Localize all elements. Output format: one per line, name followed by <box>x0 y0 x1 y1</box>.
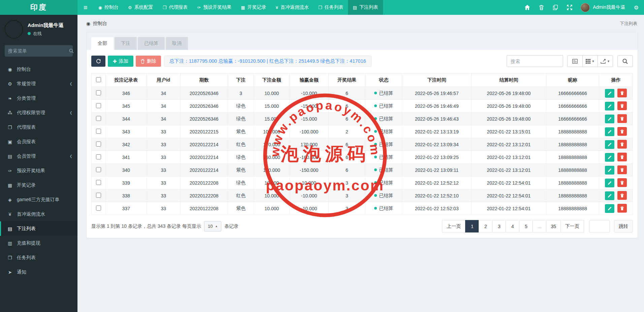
sidebar-item[interactable]: ❐ 任务列表 <box>0 250 77 265</box>
refresh-button[interactable] <box>91 56 105 67</box>
delete-row-button[interactable] <box>617 114 627 123</box>
cell-actions <box>599 164 633 177</box>
sidebar-item[interactable]: ❐ 代理报表 <box>0 120 77 134</box>
row-checkbox[interactable] <box>96 129 101 134</box>
row-checkbox[interactable] <box>96 206 101 211</box>
export-button[interactable]: ▼ <box>598 55 613 67</box>
edit-button[interactable] <box>605 102 614 111</box>
row-checkbox[interactable] <box>96 116 101 121</box>
edit-button[interactable] <box>605 89 614 98</box>
navbar-item[interactable]: ▤ 下注列表 <box>348 0 383 15</box>
delete-row-button[interactable] <box>617 101 627 110</box>
navbar-item[interactable]: ¥ 首冲返佣流水 <box>271 0 314 15</box>
page-button[interactable]: 35 <box>546 220 561 232</box>
sidebar-search-input[interactable] <box>8 48 69 54</box>
status-dot-icon <box>374 130 377 133</box>
delete-row-button[interactable] <box>617 127 627 136</box>
edit-button[interactable] <box>605 127 614 136</box>
delete-button[interactable]: 删除 <box>136 56 161 67</box>
jump-button[interactable]: 跳转 <box>614 220 633 232</box>
delete-row-button[interactable] <box>617 89 627 97</box>
row-checkbox[interactable] <box>96 90 101 95</box>
page-button[interactable]: 5 <box>519 220 533 232</box>
trash-icon[interactable] <box>538 4 544 10</box>
sidebar-item[interactable]: ◉ 控制台 <box>0 62 77 76</box>
delete-row-button[interactable] <box>617 178 627 187</box>
sidebar-item[interactable]: ⚙ 常规管理 ❮ <box>0 76 77 91</box>
breadcrumb-item[interactable]: 控制台 <box>93 21 107 27</box>
navbar-item[interactable]: ❐ 任务列表 <box>314 0 348 15</box>
search-button[interactable] <box>617 55 633 67</box>
table-search-input[interactable] <box>507 55 563 67</box>
filter-tab[interactable]: 全部 <box>91 37 114 50</box>
navbar-item[interactable]: ▦ 开奖记录 <box>236 0 271 15</box>
filter-tab[interactable]: 下注 <box>115 37 137 50</box>
status-dot-icon <box>374 143 377 146</box>
edit-button[interactable] <box>605 115 614 123</box>
nav-item-label: 代理报表 <box>169 4 188 10</box>
page-button[interactable]: 3 <box>492 220 506 232</box>
cell-actions <box>599 87 633 100</box>
sidebar-item[interactable]: ▥ 充值和提现 <box>0 236 77 250</box>
cell-bet-amount: 15.000 <box>254 100 290 113</box>
edit-button[interactable] <box>605 179 614 187</box>
page-button[interactable]: 4 <box>506 220 519 232</box>
page-button[interactable]: 下一页 <box>560 220 584 232</box>
sidebar-item[interactable]: ➤ 通知 <box>0 265 77 279</box>
cell-draw-result: 6 <box>328 100 365 113</box>
filter-tab[interactable]: 已结算 <box>138 37 165 50</box>
page-button[interactable]: 上一页 <box>442 220 465 232</box>
sidebar-toggle-icon[interactable]: ≡ <box>77 0 94 15</box>
settings-gear-icon[interactable]: ⚙ <box>633 4 639 10</box>
row-checkbox[interactable] <box>96 180 101 185</box>
edit-button[interactable] <box>605 191 614 200</box>
page-button[interactable]: 1 <box>465 220 479 232</box>
row-checkbox[interactable] <box>96 167 101 172</box>
list-icon: ▤ <box>353 5 357 10</box>
delete-row-button[interactable] <box>617 191 627 200</box>
sidebar-item[interactable]: ❧ 分类管理 <box>0 91 77 105</box>
copy-icon[interactable] <box>552 4 558 10</box>
row-checkbox[interactable] <box>96 103 101 108</box>
delete-row-button[interactable] <box>617 140 627 149</box>
sidebar-item[interactable]: ▤ 会员管理 ❮ <box>0 149 77 163</box>
detail-view-button[interactable] <box>567 55 583 67</box>
delete-row-button[interactable] <box>617 153 627 161</box>
sidebar-item-label: 任务列表 <box>17 255 36 261</box>
sidebar-item[interactable]: ▦ 开奖记录 <box>0 178 77 192</box>
select-all-checkbox[interactable] <box>96 77 101 82</box>
sidebar-item[interactable]: ◈ game6三方充值订单 <box>0 192 77 207</box>
fullscreen-icon[interactable] <box>567 4 573 10</box>
sidebar-item[interactable]: ▣ 会员报表 <box>0 134 77 149</box>
navbar-user-menu[interactable]: Admin我最牛逼 <box>581 3 625 12</box>
navbar-item[interactable]: ❐ 代理报表 <box>158 0 193 15</box>
navbar-item[interactable]: ◉ 控制台 <box>94 0 123 15</box>
cell-bet-amount: 15.000 <box>254 113 290 125</box>
page-button[interactable]: 2 <box>479 220 492 232</box>
home-icon[interactable] <box>524 4 530 10</box>
row-checkbox[interactable] <box>96 154 101 159</box>
delete-row-button[interactable] <box>617 204 627 213</box>
pagination: 上一页12345...35下一页 跳转 <box>442 220 633 232</box>
sidebar-item[interactable]: ⁂ 代理权限管理 ❮ <box>0 105 77 120</box>
add-button[interactable]: ✚ 添加 <box>108 56 133 67</box>
delete-row-button[interactable] <box>617 165 627 174</box>
sidebar-item[interactable]: ¥ 首冲返佣流水 <box>0 207 77 221</box>
column-header: 状态 <box>365 73 402 87</box>
edit-button[interactable] <box>605 140 614 149</box>
row-checkbox[interactable] <box>96 142 101 147</box>
navbar-item[interactable]: ⚙ 系统配置 <box>123 0 158 15</box>
edit-button[interactable] <box>605 153 614 162</box>
filter-tab[interactable]: 取消 <box>166 37 188 50</box>
edit-button[interactable] <box>605 166 614 175</box>
row-checkbox[interactable] <box>96 193 101 198</box>
sidebar-item[interactable]: ▤ 下注列表 <box>0 221 77 236</box>
jump-page-input[interactable] <box>589 220 610 232</box>
navbar-item[interactable]: ✑ 预设开奖结果 <box>192 0 236 15</box>
quill-icon: ✑ <box>7 168 13 174</box>
columns-toggle-button[interactable]: ▼ <box>582 55 598 67</box>
sidebar-item[interactable]: ✑ 预设开奖结果 <box>0 163 77 178</box>
search-icon[interactable] <box>69 49 74 53</box>
edit-button[interactable] <box>605 204 614 213</box>
page-size-select[interactable]: 10 ▲ <box>204 221 221 231</box>
